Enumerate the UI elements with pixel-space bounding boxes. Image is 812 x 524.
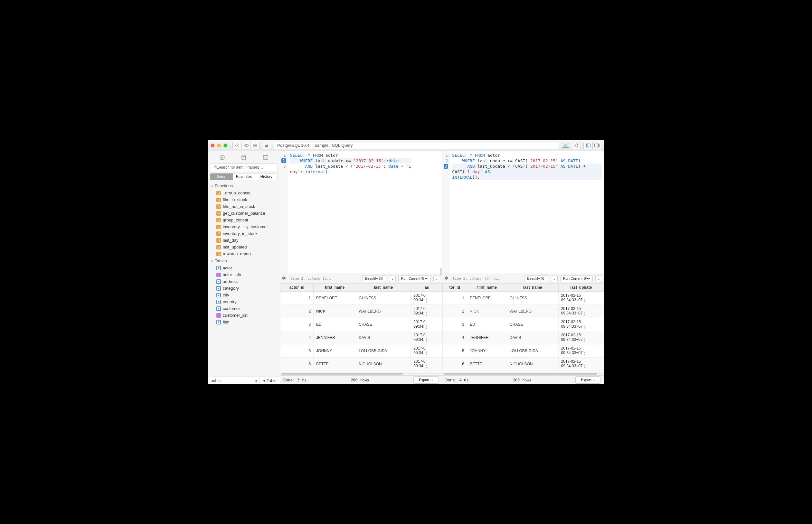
svg-point-12 — [220, 155, 224, 160]
tree-item-function[interactable]: {}last_updated — [208, 244, 280, 250]
stepper-icon[interactable]: ▴▾ — [426, 337, 427, 342]
run-button[interactable]: Run Current ⌘↩ — [560, 275, 593, 282]
lock-icon[interactable] — [262, 142, 271, 149]
stepper-icon[interactable]: ▴▾ — [426, 311, 427, 316]
stepper-icon[interactable]: ▴▾ — [426, 364, 427, 369]
table-row[interactable]: 1PENELOPEGUINESS2017-0 09:34:▴▾ — [280, 292, 442, 305]
table-row[interactable]: 6BETTENICHOLSON2017-0 09:34:▴▾ — [280, 358, 442, 371]
segment-items[interactable]: Items — [210, 174, 233, 180]
list-icon[interactable] — [250, 142, 260, 149]
sql-editor-left[interactable]: 123 SELECT * FROM actor WHERE last_updat… — [280, 151, 442, 274]
results-grid-right[interactable]: tor_idfirst_namelast_namelast_update1PEN… — [442, 283, 604, 372]
horizontal-scrollbar[interactable] — [280, 372, 442, 375]
tree-item-function[interactable]: {}_group_concat — [208, 190, 280, 196]
column-header[interactable]: last_update — [558, 283, 604, 292]
zoom-window-button[interactable] — [224, 144, 227, 147]
stepper-icon[interactable]: ▴▾ — [426, 350, 427, 356]
stepper-icon[interactable]: ▴▾ — [584, 350, 586, 356]
tree-item-table[interactable]: address — [208, 278, 280, 285]
tree-item-function[interactable]: {}film_not_in_stock — [208, 203, 280, 210]
table-row[interactable]: 2NICKWAHLBERG2017-0 09:34:▴▾ — [280, 305, 442, 318]
segment-favorites[interactable]: Favorites — [233, 174, 255, 180]
column-header[interactable]: las — [411, 283, 442, 292]
function-icon: {} — [216, 231, 221, 236]
tree-header-tables[interactable]: Tables — [208, 257, 280, 265]
sidebar-left-icon[interactable] — [583, 142, 592, 149]
stepper-icon[interactable]: ▴▾ — [584, 337, 586, 342]
database-icon[interactable] — [240, 154, 247, 161]
tree-item-function[interactable]: {}film_in_stock — [208, 196, 280, 203]
eye-icon[interactable] — [242, 142, 250, 149]
column-header[interactable]: last_name — [356, 283, 411, 292]
add-table-button[interactable]: +Table — [260, 377, 280, 384]
table-row[interactable]: 3EDCHASE2017-0 09:34:▴▾ — [280, 318, 442, 331]
horizontal-scrollbar[interactable] — [442, 372, 604, 375]
tree-item-table[interactable]: actor_info — [208, 271, 280, 278]
tree-item-table[interactable]: category — [208, 285, 280, 292]
table-icon — [216, 320, 221, 325]
tree-item-table[interactable]: customer_list — [208, 312, 280, 318]
run-dropdown[interactable]: ⌄ — [595, 275, 602, 282]
tree-item-table[interactable]: country — [208, 298, 280, 305]
sql-editor-right[interactable]: 123 SELECT * FROM actor WHERE last_updat… — [442, 151, 604, 274]
run-dropdown[interactable]: ⌄ — [433, 275, 440, 282]
table-row[interactable]: 1PENELOPEGUINESS2017-02-15 09:34:33+07▴▾ — [442, 292, 604, 305]
function-icon: {} — [216, 218, 221, 223]
tree-item-function[interactable]: {}get_customer_balance — [208, 210, 280, 217]
stepper-icon[interactable]: ▴▾ — [426, 324, 427, 329]
export-button[interactable]: Export… — [413, 376, 439, 384]
search-icon: 🔍 — [214, 165, 218, 170]
table-row[interactable]: 2NICKWAHLBERG2017-02-15 09:34:33+07▴▾ — [442, 305, 604, 318]
beautify-button[interactable]: Beautify ⌘I — [362, 275, 386, 282]
beautify-dropdown[interactable]: ⌄ — [389, 275, 396, 282]
segment-history[interactable]: History — [255, 174, 278, 180]
function-icon: {} — [216, 225, 221, 229]
stepper-icon[interactable]: ▴▾ — [584, 298, 586, 303]
function-icon: {} — [216, 204, 221, 209]
svg-rect-7 — [265, 145, 268, 147]
export-button[interactable]: Export… — [575, 376, 601, 384]
tree-header-functions[interactable]: Functions — [208, 182, 280, 190]
tree-item-function[interactable]: {}group_concat — [208, 217, 280, 223]
column-header[interactable]: first_name — [313, 283, 356, 292]
cancel-icon[interactable] — [232, 142, 242, 149]
column-header[interactable]: actor_id — [280, 283, 313, 292]
beautify-dropdown[interactable]: ⌄ — [551, 275, 558, 282]
tree-item-table[interactable]: film — [208, 318, 280, 325]
column-header[interactable]: tor_id — [442, 283, 467, 292]
table-row[interactable]: 3EDCHASE2017-02-15 09:34:33+07▴▾ — [442, 318, 604, 331]
beautify-button[interactable]: Beautify ⌘I — [524, 275, 548, 282]
status-done: Done: 4 ms — [445, 378, 469, 382]
sidebar-right-icon[interactable] — [592, 142, 601, 149]
stepper-icon[interactable]: ▴▾ — [584, 324, 586, 329]
refresh-icon[interactable] — [572, 142, 581, 149]
schema-selector[interactable]: public▴▾ — [208, 377, 260, 384]
stepper-icon[interactable]: ▴▾ — [426, 298, 427, 303]
table-row[interactable]: 5JOHNNYLOLLOBRIGIDA2017-0 09:34:▴▾ — [280, 344, 442, 358]
tree-item-table[interactable]: customer — [208, 305, 280, 312]
sql-icon[interactable]: SQL — [262, 154, 269, 161]
gear-icon[interactable]: ✽ — [444, 276, 450, 281]
connection-icon[interactable] — [218, 154, 226, 161]
tree-item-table[interactable]: city — [208, 292, 280, 298]
stepper-icon[interactable]: ▴▾ — [584, 311, 586, 316]
tree-item-function[interactable]: {}inventory_in_stock — [208, 230, 280, 237]
search-input[interactable] — [210, 164, 278, 171]
close-window-button[interactable] — [211, 144, 214, 147]
gear-icon[interactable]: ✽ — [282, 276, 288, 281]
tree-item-function[interactable]: {}rewards_report — [208, 250, 280, 257]
minimize-window-button[interactable] — [217, 144, 221, 147]
status-done: Done: 3 ms — [283, 378, 307, 382]
table-row[interactable]: 6BETTENICHOLSON2017-02-15 09:34:33+07▴▾ — [442, 358, 604, 371]
column-header[interactable]: first_name — [467, 283, 507, 292]
table-row[interactable]: 4JENNIFERDAVIS2017-0 09:34:▴▾ — [280, 331, 442, 344]
tree-item-table[interactable]: actor — [208, 265, 280, 271]
column-header[interactable]: last_name — [507, 283, 558, 292]
run-button[interactable]: Run Current ⌘↩ — [398, 275, 431, 282]
tree-item-function[interactable]: {}last_day — [208, 237, 280, 244]
tree-item-function[interactable]: {}inventory_…y_customer — [208, 223, 280, 230]
table-row[interactable]: 4JENNIFERDAVIS2017-02-15 09:34:33+07▴▾ — [442, 331, 604, 344]
stepper-icon[interactable]: ▴▾ — [584, 364, 586, 369]
results-grid-left[interactable]: actor_idfirst_namelast_namelas1PENELOPEG… — [280, 283, 442, 372]
table-row[interactable]: 5JOHNNYLOLLOBRIGIDA2017-02-15 09:34:33+0… — [442, 344, 604, 358]
